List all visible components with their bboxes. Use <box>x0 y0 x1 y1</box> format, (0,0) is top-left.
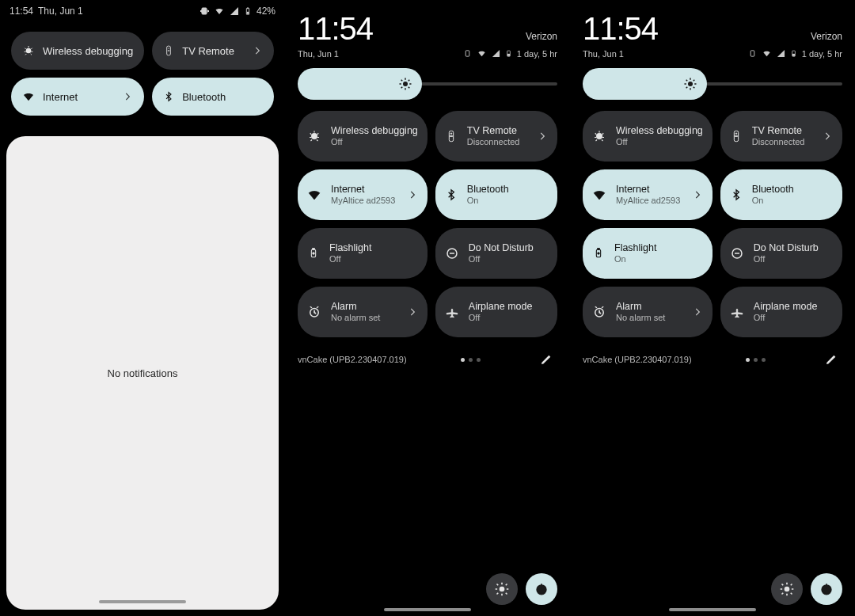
status-battery-pct: 42% <box>256 6 276 17</box>
edit-tiles-button[interactable] <box>820 348 842 371</box>
bug-icon <box>592 129 606 143</box>
chevron-right-icon[interactable] <box>822 131 833 142</box>
qs-tile-alarm[interactable]: AlarmNo alarm set <box>298 287 428 337</box>
svg-point-15 <box>313 253 315 255</box>
qs-tile-flashlight[interactable]: FlashlightOff <box>298 228 428 279</box>
chevron-right-icon[interactable] <box>252 45 263 56</box>
qs-tile-title: Wireless debugging <box>616 125 703 136</box>
brightness-slider[interactable] <box>285 59 570 105</box>
qs-tile-tv-remote[interactable]: TV RemoteDisconnected <box>720 111 842 162</box>
page-indicator[interactable] <box>461 358 481 362</box>
qs-tile-internet[interactable]: Internet <box>11 78 144 116</box>
chevron-right-icon[interactable] <box>407 189 418 200</box>
qs-tile-wireless-debugging[interactable]: Wireless debugging <box>11 32 144 70</box>
qs-tile-internet[interactable]: InternetMyAltice ad2593 <box>583 169 712 220</box>
chevron-right-icon[interactable] <box>692 189 703 200</box>
battery-icon <box>244 6 252 17</box>
qs-tile-label: Bluetooth <box>182 91 263 103</box>
qs-tile-title: Wireless debugging <box>331 125 418 136</box>
vibrate-icon <box>748 49 757 58</box>
svg-rect-20 <box>750 51 754 56</box>
qs-tile-alarm[interactable]: AlarmNo alarm set <box>583 287 712 337</box>
qs-clock: 11:54 <box>583 11 658 47</box>
power-button[interactable] <box>526 573 557 605</box>
qs-tile-subtitle: Off <box>469 313 548 323</box>
qs-tile-tv-remote[interactable]: TV Remote <box>152 32 274 70</box>
qs-tile-grid: Wireless debugging TV Remote Internet Bl… <box>0 19 285 124</box>
signal-icon <box>230 6 239 16</box>
gear-icon <box>494 581 510 597</box>
qs-tile-subtitle: On <box>752 196 833 206</box>
svg-point-24 <box>596 133 602 139</box>
qs-date: Thu, Jun 1 <box>583 49 624 59</box>
brightness-slider[interactable] <box>570 59 855 105</box>
qs-tile-wireless-debugging[interactable]: Wireless debuggingOff <box>298 111 428 162</box>
qs-battery-estimate: 1 day, 5 hr <box>517 49 557 59</box>
qs-tile-grid: Wireless debuggingOffTV RemoteDisconnect… <box>285 105 570 345</box>
qs-tile-dnd[interactable]: Do Not DisturbOff <box>435 228 557 279</box>
qs-tile-subtitle: No alarm set <box>616 313 682 323</box>
qs-tile-tv-remote[interactable]: TV RemoteDisconnected <box>435 111 557 162</box>
qs-header: 11:54 Verizon Thu, Jun 1 1 day, 5 hr <box>285 0 570 59</box>
battery-icon <box>505 48 512 59</box>
qs-tile-bluetooth[interactable]: BluetoothOn <box>435 169 557 220</box>
home-indicator[interactable] <box>99 600 186 603</box>
svg-point-11 <box>450 133 452 135</box>
qs-tile-title: Do Not Disturb <box>754 242 833 253</box>
plane-icon <box>445 305 459 319</box>
qs-tile-bluetooth[interactable]: Bluetooth <box>152 78 274 116</box>
svg-rect-7 <box>507 54 510 56</box>
brightness-icon <box>683 77 697 91</box>
remote-icon <box>730 129 743 143</box>
bug-icon <box>307 129 321 143</box>
wifi-icon <box>22 90 35 103</box>
chevron-right-icon[interactable] <box>692 306 703 318</box>
chevron-right-icon[interactable] <box>537 131 548 142</box>
svg-rect-27 <box>735 135 737 136</box>
chevron-right-icon[interactable] <box>407 306 418 318</box>
chevron-right-icon[interactable] <box>122 91 133 102</box>
power-icon <box>534 581 549 597</box>
qs-tile-subtitle: MyAltice ad2593 <box>616 196 682 206</box>
svg-point-30 <box>598 253 600 255</box>
home-indicator[interactable] <box>384 608 471 611</box>
qs-tile-title: Bluetooth <box>752 184 833 195</box>
qs-tile-airplane[interactable]: Airplane modeOff <box>435 287 557 337</box>
svg-rect-4 <box>168 50 169 51</box>
page-indicator[interactable] <box>746 358 766 362</box>
svg-rect-12 <box>450 135 452 136</box>
wifi-icon <box>307 188 321 202</box>
qs-tile-dnd[interactable]: Do Not DisturbOff <box>720 228 842 279</box>
qs-tile-label: TV Remote <box>182 45 244 57</box>
qs-tile-flashlight[interactable]: FlashlightOn <box>583 228 712 279</box>
bt-icon <box>445 188 458 202</box>
qs-tile-title: Alarm <box>331 301 397 312</box>
settings-button[interactable] <box>486 573 518 605</box>
flash-icon <box>592 246 605 260</box>
qs-clock: 11:54 <box>298 11 373 47</box>
screen-2-quick-settings: 11:54 Verizon Thu, Jun 1 1 day, 5 hr Wir… <box>285 0 570 616</box>
qs-tile-subtitle: Off <box>754 254 833 264</box>
qs-tile-title: Airplane mode <box>754 301 833 312</box>
svg-point-33 <box>785 587 789 591</box>
qs-tile-bluetooth[interactable]: BluetoothOn <box>720 169 842 220</box>
alarm-icon <box>307 305 321 319</box>
home-indicator[interactable] <box>669 608 756 611</box>
qs-tile-title: Airplane mode <box>469 301 548 312</box>
qs-tile-internet[interactable]: InternetMyAltice ad2593 <box>298 169 428 220</box>
edit-tiles-button[interactable] <box>535 348 557 371</box>
svg-point-1 <box>26 48 32 54</box>
wifi-icon <box>762 49 772 58</box>
qs-tile-subtitle: Off <box>616 137 703 147</box>
power-button[interactable] <box>811 573 842 605</box>
settings-button[interactable] <box>771 573 803 605</box>
remote-icon <box>163 44 174 57</box>
qs-tile-subtitle: Off <box>329 254 418 264</box>
qs-tile-wireless-debugging[interactable]: Wireless debuggingOff <box>583 111 712 162</box>
qs-tile-subtitle: Disconnected <box>752 137 812 147</box>
notification-panel[interactable]: No notifications <box>6 136 279 610</box>
bt-icon <box>730 188 743 202</box>
qs-tile-airplane[interactable]: Airplane modeOff <box>720 287 842 337</box>
svg-point-18 <box>500 587 504 591</box>
qs-tile-title: TV Remote <box>467 125 527 136</box>
